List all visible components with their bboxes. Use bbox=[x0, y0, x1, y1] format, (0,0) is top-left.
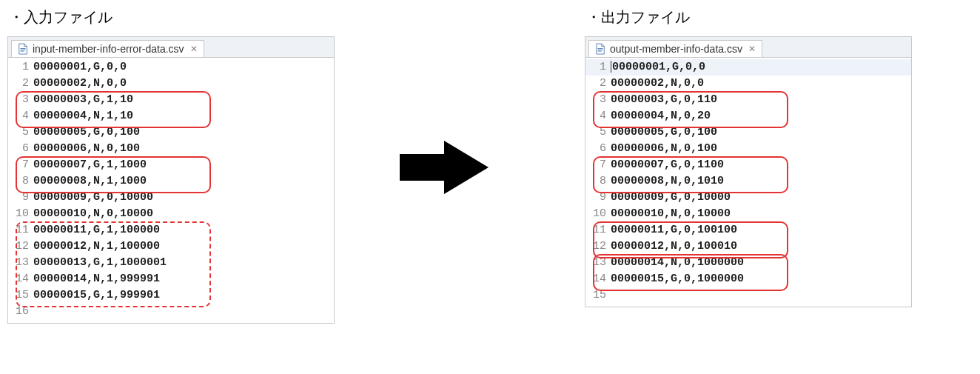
input-editor: input-member-info-error-data.csv ✕ 10000… bbox=[7, 36, 335, 324]
code-line[interactable]: 700000007,G,1,1000 bbox=[8, 157, 334, 173]
line-number: 12 bbox=[8, 238, 33, 255]
code-line[interactable]: 100000001,G,0,0 bbox=[585, 59, 911, 76]
code-line[interactable]: 500000005,G,0,100 bbox=[585, 124, 911, 141]
svg-marker-3 bbox=[400, 141, 489, 194]
line-text: 00000010,N,0,10000 bbox=[33, 206, 153, 222]
file-icon bbox=[18, 43, 28, 55]
line-number: 6 bbox=[8, 141, 33, 157]
line-text: 00000007,G,0,1100 bbox=[611, 157, 724, 173]
close-icon[interactable]: ✕ bbox=[748, 44, 756, 54]
line-text: 00000012,N,1,100000 bbox=[33, 238, 160, 255]
line-text: 00000009,G,0,10000 bbox=[33, 190, 153, 206]
output-tab-label: output-member-info-data.csv bbox=[610, 43, 742, 55]
line-text: 00000014,N,0,1000000 bbox=[611, 255, 744, 271]
code-line[interactable]: 200000002,N,0,0 bbox=[585, 76, 911, 92]
close-icon[interactable]: ✕ bbox=[190, 44, 198, 54]
line-number: 15 bbox=[8, 287, 33, 304]
line-text: 00000001,G,0,0 bbox=[33, 59, 127, 76]
line-number: 14 bbox=[8, 271, 33, 287]
line-text: 00000015,G,0,1000000 bbox=[611, 271, 744, 287]
output-tab[interactable]: output-member-info-data.csv ✕ bbox=[588, 40, 762, 57]
svg-rect-1 bbox=[21, 50, 26, 50]
line-text: 00000014,N,1,999991 bbox=[33, 271, 160, 287]
code-line[interactable]: 1300000014,N,0,1000000 bbox=[585, 255, 911, 271]
code-line[interactable]: 800000008,N,0,1010 bbox=[585, 173, 911, 190]
code-line[interactable]: 900000009,G,0,10000 bbox=[8, 190, 334, 206]
line-number: 5 bbox=[585, 124, 611, 141]
line-number: 10 bbox=[8, 206, 33, 222]
line-number: 11 bbox=[585, 222, 611, 238]
code-line[interactable]: 1100000011,G,1,100000 bbox=[8, 222, 334, 238]
line-number: 1 bbox=[585, 59, 611, 76]
code-line[interactable]: 1200000012,N,0,100010 bbox=[585, 238, 911, 255]
output-code-area[interactable]: 100000001,G,0,0200000002,N,0,0300000003,… bbox=[585, 58, 911, 307]
input-tab[interactable]: input-member-info-error-data.csv ✕ bbox=[11, 40, 204, 57]
line-text: 00000005,G,0,100 bbox=[33, 124, 140, 141]
line-number: 9 bbox=[585, 190, 611, 206]
line-text: 00000008,N,0,1010 bbox=[611, 173, 724, 190]
code-line[interactable]: 1400000015,G,0,1000000 bbox=[585, 271, 911, 287]
line-number: 13 bbox=[585, 255, 611, 271]
code-line[interactable]: 400000004,N,0,20 bbox=[585, 108, 911, 124]
code-line[interactable]: 1200000012,N,1,100000 bbox=[8, 238, 334, 255]
code-line[interactable]: 800000008,N,1,1000 bbox=[8, 173, 334, 190]
code-line[interactable]: 900000009,G,0,10000 bbox=[585, 190, 911, 206]
code-line[interactable]: 1000000010,N,0,10000 bbox=[585, 206, 911, 222]
text-cursor bbox=[611, 61, 611, 73]
output-editor: output-member-info-data.csv ✕ 100000001,… bbox=[585, 36, 912, 307]
line-number: 6 bbox=[585, 141, 611, 157]
code-line[interactable]: 1500000015,G,1,999901 bbox=[8, 287, 334, 304]
input-tabbar: input-member-info-error-data.csv ✕ bbox=[8, 37, 334, 58]
line-text: 00000010,N,0,10000 bbox=[611, 206, 731, 222]
svg-rect-0 bbox=[21, 48, 26, 49]
file-icon bbox=[595, 43, 605, 55]
output-heading: ・出力ファイル bbox=[586, 7, 925, 27]
comparison-container: ・入力ファイル input-member-info-error-data.csv… bbox=[7, 7, 973, 324]
code-line[interactable]: 400000004,N,1,10 bbox=[8, 108, 334, 124]
svg-rect-6 bbox=[598, 51, 602, 52]
code-line[interactable]: 1400000014,N,1,999991 bbox=[8, 271, 334, 287]
code-line[interactable]: 500000005,G,0,100 bbox=[8, 124, 334, 141]
output-file-panel: ・出力ファイル output-member-info-data.csv ✕ bbox=[585, 7, 925, 307]
line-text: 00000004,N,0,20 bbox=[611, 108, 711, 124]
code-line[interactable]: 1000000010,N,0,10000 bbox=[8, 206, 334, 222]
input-code-area[interactable]: 100000001,G,0,0200000002,N,0,0300000003,… bbox=[8, 58, 334, 323]
code-line[interactable]: 1100000011,G,0,100100 bbox=[585, 222, 911, 238]
line-number: 13 bbox=[8, 255, 33, 271]
input-file-panel: ・入力ファイル input-member-info-error-data.csv… bbox=[7, 7, 348, 324]
line-number: 15 bbox=[585, 287, 611, 304]
line-number: 7 bbox=[8, 157, 33, 173]
line-number: 7 bbox=[585, 157, 611, 173]
input-heading: ・入力ファイル bbox=[9, 7, 348, 27]
line-number: 1 bbox=[8, 59, 33, 76]
line-number: 12 bbox=[585, 238, 611, 255]
code-line[interactable]: 600000006,N,0,100 bbox=[585, 141, 911, 157]
code-line[interactable]: 1300000013,G,1,1000001 bbox=[8, 255, 334, 271]
line-text: 00000005,G,0,100 bbox=[611, 124, 717, 141]
output-tabbar: output-member-info-data.csv ✕ bbox=[585, 37, 911, 58]
line-number: 3 bbox=[8, 92, 33, 108]
input-tab-label: input-member-info-error-data.csv bbox=[33, 43, 184, 55]
line-text: 00000012,N,0,100010 bbox=[611, 238, 737, 255]
line-text: 00000015,G,1,999901 bbox=[33, 287, 160, 304]
code-line[interactable]: 15 bbox=[585, 287, 911, 304]
line-number: 8 bbox=[8, 173, 33, 190]
code-line[interactable]: 700000007,G,0,1100 bbox=[585, 157, 911, 173]
code-line[interactable]: 200000002,N,0,0 bbox=[8, 76, 334, 92]
line-number: 9 bbox=[8, 190, 33, 206]
line-number: 16 bbox=[8, 304, 33, 320]
code-line[interactable]: 300000003,G,0,110 bbox=[585, 92, 911, 108]
svg-rect-5 bbox=[598, 50, 603, 50]
line-number: 4 bbox=[585, 108, 611, 124]
code-line[interactable]: 300000003,G,1,10 bbox=[8, 92, 334, 108]
line-text: 00000006,N,0,100 bbox=[33, 141, 140, 157]
line-number: 10 bbox=[585, 206, 611, 222]
code-line[interactable]: 100000001,G,0,0 bbox=[8, 59, 334, 76]
transform-arrow-icon bbox=[400, 141, 489, 194]
code-line[interactable]: 16 bbox=[8, 304, 334, 320]
line-text: 00000007,G,1,1000 bbox=[33, 157, 147, 173]
line-text: 00000001,G,0,0 bbox=[611, 59, 705, 76]
code-line[interactable]: 600000006,N,0,100 bbox=[8, 141, 334, 157]
line-number: 14 bbox=[585, 271, 611, 287]
line-text: 00000011,G,0,100100 bbox=[611, 222, 737, 238]
